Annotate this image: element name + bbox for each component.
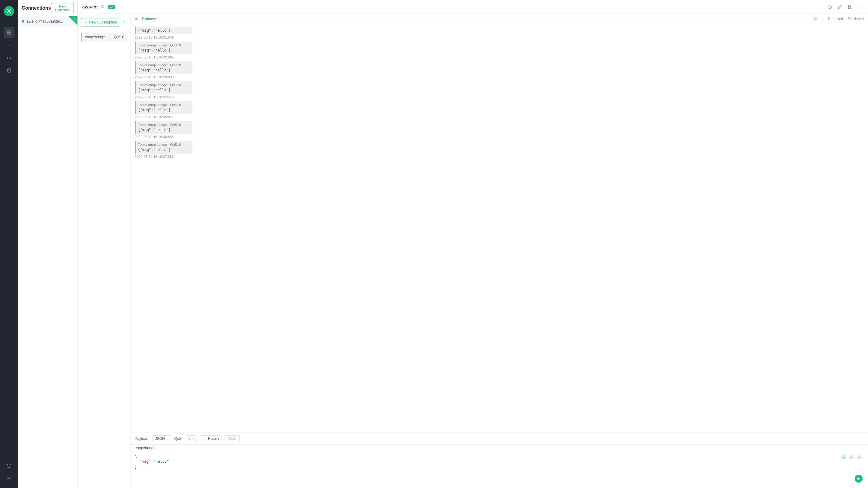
message-timestamp: 2022-06-10 15:16:36:886 <box>135 135 192 138</box>
svg-point-9 <box>860 6 861 7</box>
message-item: Topic: emqx/bridgeQoS: 0{"msg":"hello"}2… <box>135 101 192 119</box>
retain-toggle[interactable]: Retain <box>200 435 221 442</box>
json-open-brace: { <box>135 453 137 458</box>
new-subscription-label: New Subscription <box>89 20 117 24</box>
svg-rect-3 <box>9 33 11 34</box>
message-topic: Topic: emqx/bridge <box>138 143 167 147</box>
retain-label: Retain <box>208 436 219 441</box>
payload-format-dropdown[interactable]: JSON <box>153 435 171 442</box>
json-value: "hello" <box>153 459 169 464</box>
message-payload: {"msg":"hello"} <box>138 128 190 132</box>
filter-received[interactable]: Received <box>828 17 843 21</box>
chevron-down-icon: ⌄ <box>861 447 864 450</box>
messages-toolbar: Plaintext All | Received Published <box>130 14 868 24</box>
nav-scripts[interactable] <box>4 53 14 63</box>
message-payload: {"msg":"hello"} <box>138 108 190 112</box>
status-dot-icon <box>22 20 24 23</box>
svg-rect-1 <box>9 31 11 32</box>
message-qos: QoS: 0 <box>170 143 181 147</box>
message-timestamp: 2022-06-10 15:16:31:879 <box>135 36 192 39</box>
collapse-subscriptions-icon[interactable] <box>122 20 127 25</box>
message-topic: Topic: emqx/bridge <box>138 123 167 127</box>
connections-title: Connections <box>22 5 51 11</box>
svg-rect-2 <box>7 33 9 34</box>
nav-new[interactable] <box>4 40 14 51</box>
new-subscription-button[interactable]: New Subscription <box>81 18 120 27</box>
export-button[interactable] <box>847 4 854 10</box>
message-topic: Topic: emqx/bridge <box>138 43 167 47</box>
timed-message-icon[interactable] <box>135 18 138 21</box>
message-timestamp: 2022-06-10 15:16:33:883 <box>135 75 192 79</box>
message-payload: {"msg":"hello"} <box>138 68 190 72</box>
qos-dropdown[interactable]: 0 <box>186 435 197 442</box>
message-item: Topic: emqx/bridgeQoS: 0{"msg":"hello"}2… <box>135 141 192 158</box>
message-item: Topic: emqx/bridgeQoS: 0{"msg":"hello"}2… <box>135 61 192 79</box>
message-qos: QoS: 0 <box>170 63 181 67</box>
history-clear-button[interactable]: – <box>849 454 854 460</box>
qos-label: QoS: <box>174 436 183 441</box>
payload-format-select[interactable]: Plaintext <box>142 17 160 21</box>
svg-point-6 <box>8 478 10 479</box>
message-item: Topic: emqx/bridgeQoS: 0{"msg":"hello"}2… <box>135 121 192 138</box>
svg-point-10 <box>862 6 862 7</box>
connection-item[interactable]: aws-iot@ab58a92m... SSL <box>18 16 78 27</box>
topbar: aws-iot 23 <box>78 0 868 14</box>
filter-all[interactable]: All <box>813 17 817 21</box>
meta-button[interactable]: Meta <box>224 435 240 442</box>
connection-title: aws-iot <box>82 4 98 9</box>
message-item: Topic: emqx/bridgeQoS: 0{"msg":"hello"}2… <box>135 41 192 59</box>
message-qos: QoS: 0 <box>170 123 181 127</box>
new-collection-button[interactable]: New Collection <box>51 3 74 13</box>
publish-payload-editor[interactable]: { "msg":"hello" } ← – → <box>130 451 868 488</box>
message-timestamp: 2022-06-10 15:16:35:871 <box>135 115 192 119</box>
subscription-qos: QoS 0 <box>114 35 124 39</box>
subscription-topic: emqx/bridge <box>85 35 105 39</box>
nav-log[interactable] <box>4 65 14 76</box>
payload-format-label: Plaintext <box>142 17 156 21</box>
connection-name: aws-iot@ab58a92m... <box>27 19 63 24</box>
history-back-button[interactable]: ← <box>841 454 846 460</box>
message-payload: {"msg":"hello"} <box>138 48 190 53</box>
svg-rect-0 <box>7 31 9 32</box>
message-qos: QoS: 0 <box>170 103 181 107</box>
main-area: aws-iot 23 <box>78 0 868 488</box>
message-payload: {"msg":"hello"} <box>138 148 190 152</box>
history-forward-button[interactable]: → <box>857 454 862 460</box>
svg-point-8 <box>859 6 859 7</box>
message-qos: QoS: 0 <box>170 43 181 47</box>
message-item: {"msg":"hello"}2022-06-10 15:16:31:879 <box>135 27 192 39</box>
connections-panel: Connections New Collection aws-iot@ab58a… <box>18 0 78 488</box>
nav-info[interactable] <box>4 460 14 471</box>
message-topic: Topic: emqx/bridge <box>138 63 167 67</box>
json-close-brace: } <box>135 464 137 469</box>
message-list[interactable]: {"msg":"hello"}2022-06-10 15:16:31:879To… <box>130 24 868 432</box>
app-logo <box>4 6 14 16</box>
nav-rail <box>0 0 18 488</box>
more-button[interactable] <box>857 4 864 10</box>
radio-icon <box>203 437 206 441</box>
nav-connections[interactable] <box>4 27 14 38</box>
publish-topic-input[interactable]: emqx/bridge ⌄ <box>130 444 868 451</box>
subscriptions-panel: New Subscription emqx/bridge QoS 0 <box>78 14 130 488</box>
unread-badge: 23 <box>107 5 116 9</box>
disconnect-button[interactable] <box>827 4 833 10</box>
message-timestamp: 2022-06-10 15:16:32:869 <box>135 56 192 59</box>
nav-settings[interactable] <box>4 473 14 484</box>
payload-label: Payload: <box>135 436 150 441</box>
message-qos: QoS: 0 <box>170 83 181 87</box>
message-payload: {"msg":"hello"} <box>138 28 190 33</box>
message-timestamp: 2022-06-10 15:16:37:887 <box>135 155 192 158</box>
messages-area: Plaintext All | Received Published {"msg… <box>130 14 868 488</box>
filter-published[interactable]: Published <box>848 17 864 21</box>
svg-rect-4 <box>7 69 11 72</box>
publish-options-bar: Payload: JSON QoS: 0 Retain Meta <box>130 432 868 444</box>
message-item: Topic: emqx/bridgeQoS: 0{"msg":"hello"}2… <box>135 82 192 99</box>
message-timestamp: 2022-06-10 15:16:35:559 <box>135 95 192 99</box>
edit-button[interactable] <box>837 4 843 10</box>
message-topic: Topic: emqx/bridge <box>138 83 167 87</box>
send-button[interactable] <box>855 475 863 483</box>
json-key: "msg" <box>140 459 151 464</box>
message-topic: Topic: emqx/bridge <box>138 103 167 107</box>
subscription-item[interactable]: emqx/bridge QoS 0 <box>81 33 127 41</box>
expand-icon[interactable] <box>100 4 104 9</box>
